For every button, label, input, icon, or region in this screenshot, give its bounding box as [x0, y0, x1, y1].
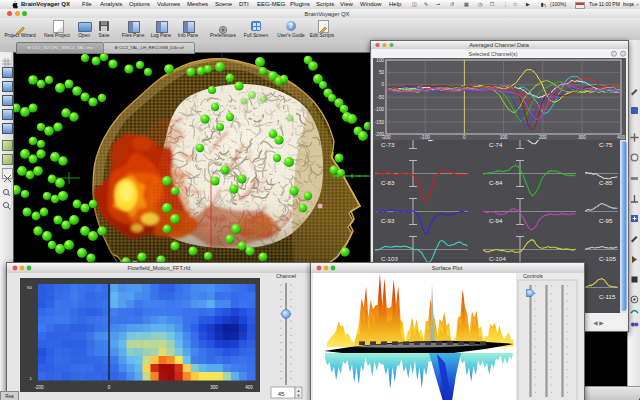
svg-text:Averaged Channel Data: Averaged Channel Data [469, 42, 529, 48]
svg-text:▼: ▼ [297, 393, 301, 398]
svg-text:C-115: C-115 [599, 293, 616, 300]
svg-text:0: 0 [108, 385, 111, 390]
svg-text:Surface Plot: Surface Plot [432, 265, 463, 271]
svg-text:-100: -100 [375, 107, 385, 112]
svg-text:C-94: C-94 [489, 217, 503, 224]
svg-text:C-103: C-103 [381, 255, 398, 262]
svg-text:300: 300 [210, 385, 218, 390]
svg-text:50: 50 [27, 285, 32, 290]
svg-text:100: 100 [376, 58, 384, 63]
svg-text:C-74: C-74 [489, 141, 503, 148]
svg-text:◀ ▶: ◀ ▶ [593, 320, 604, 326]
svg-text:0: 0 [381, 82, 384, 87]
svg-text:Controls: Controls [523, 273, 543, 279]
svg-text:50: 50 [379, 70, 385, 75]
svg-text:C-83: C-83 [381, 179, 395, 186]
svg-text:400: 400 [245, 385, 253, 390]
svg-text:200: 200 [539, 135, 547, 140]
svg-text:-200: -200 [34, 385, 44, 390]
svg-text:Channel: Channel [276, 273, 296, 279]
svg-text:C-85: C-85 [599, 179, 613, 186]
svg-text:0: 0 [463, 135, 466, 140]
svg-text:Flowfield_Motion_FFT.rfd: Flowfield_Motion_FFT.rfd [128, 265, 191, 271]
svg-text:-100: -100 [421, 135, 431, 140]
svg-text:45: 45 [278, 391, 285, 397]
svg-text:C-84: C-84 [489, 179, 503, 186]
svg-text:C-104: C-104 [489, 255, 506, 262]
svg-text:100: 100 [500, 135, 508, 140]
svg-text:-150: -150 [375, 120, 385, 125]
svg-text:-200: -200 [381, 135, 391, 140]
svg-text:300: 300 [578, 135, 586, 140]
svg-text:Selected Channel(s): Selected Channel(s) [469, 51, 518, 57]
svg-text:C-93: C-93 [381, 217, 395, 224]
svg-text:C-105: C-105 [599, 255, 616, 262]
svg-text:C-73: C-73 [381, 141, 395, 148]
svg-text:400: 400 [617, 135, 625, 140]
svg-text:C-75: C-75 [599, 141, 613, 148]
svg-text:C-95: C-95 [599, 217, 613, 224]
svg-text:-50: -50 [377, 95, 384, 100]
